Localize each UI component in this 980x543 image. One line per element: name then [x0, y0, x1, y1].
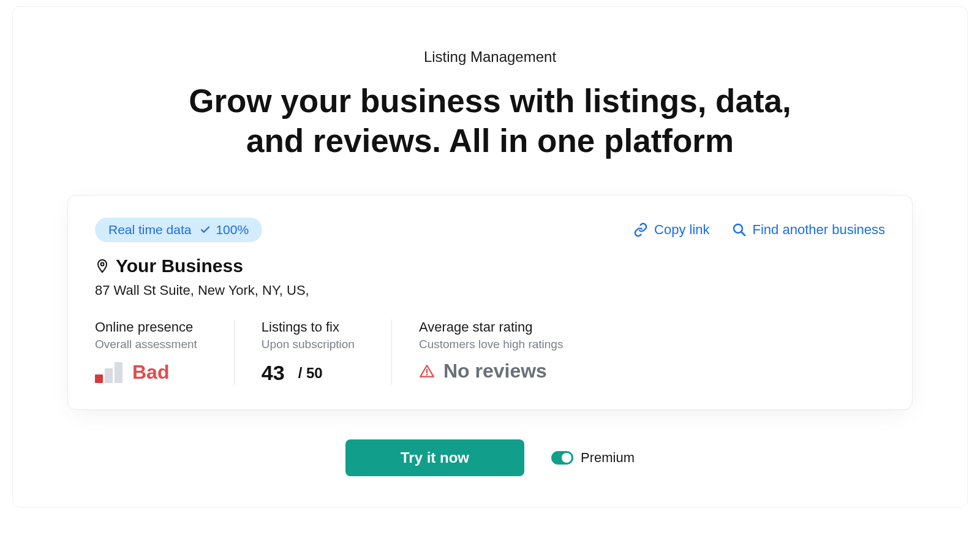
svg-line-1 [741, 232, 745, 236]
pill-label: Real time data [108, 222, 191, 237]
landing-page: Listing Management Grow your business wi… [12, 6, 968, 507]
metric-subtitle: Overall assessment [95, 338, 197, 351]
metrics-row: Online presence Overall assessment Bad L… [95, 319, 885, 385]
metric-subtitle: Upon subscription [262, 338, 355, 351]
cta-row: Try it now Premium [37, 439, 943, 476]
header-block: Listing Management Grow your business wi… [37, 48, 943, 161]
pill-percent-wrap: 100% [200, 222, 249, 237]
listings-value: 43 [262, 361, 285, 385]
business-name-row: Your Business [95, 256, 885, 276]
premium-label: Premium [581, 450, 635, 466]
metric-online-presence: Online presence Overall assessment Bad [95, 319, 234, 385]
find-another-business-button[interactable]: Find another business [732, 222, 885, 238]
metric-value-row: No reviews [419, 360, 564, 382]
metric-value-row: 43 / 50 [262, 361, 355, 385]
warning-triangle-icon [419, 363, 435, 379]
rating-value: No reviews [443, 360, 547, 382]
svg-point-4 [426, 374, 428, 376]
map-pin-icon [95, 259, 110, 273]
metric-subtitle: Customers love high ratings [419, 338, 564, 351]
business-card: Real time data 100% Copy link [67, 195, 913, 410]
check-icon [200, 224, 211, 235]
card-actions: Copy link Find another business [633, 222, 885, 238]
pill-percent: 100% [216, 222, 249, 237]
link-icon [633, 222, 648, 237]
metric-listings-to-fix: Listings to fix Upon subscription 43 / 5… [234, 319, 391, 385]
premium-toggle-wrap: Premium [551, 450, 635, 466]
copy-link-button[interactable]: Copy link [633, 222, 709, 238]
listings-total: / 50 [298, 365, 323, 382]
hero-title: Grow your business with listings, data, … [184, 82, 796, 161]
svg-point-2 [101, 263, 104, 266]
realtime-data-pill: Real time data 100% [95, 218, 262, 242]
metric-average-rating: Average star rating Customers love high … [391, 319, 600, 385]
copy-link-label: Copy link [654, 222, 709, 238]
business-name: Your Business [116, 256, 243, 276]
metric-title: Online presence [95, 319, 197, 335]
metric-title: Listings to fix [262, 319, 355, 335]
search-icon [732, 222, 747, 237]
signal-bars-icon [95, 362, 123, 383]
presence-value: Bad [132, 361, 169, 384]
eyebrow-label: Listing Management [37, 48, 943, 66]
metric-value-row: Bad [95, 361, 197, 384]
find-another-label: Find another business [753, 222, 885, 238]
try-it-now-button[interactable]: Try it now [345, 439, 524, 476]
metric-title: Average star rating [419, 319, 564, 335]
card-top-row: Real time data 100% Copy link [95, 218, 885, 242]
premium-toggle[interactable] [551, 451, 573, 465]
business-address: 87 Wall St Suite, New York, NY, US, [95, 283, 885, 298]
